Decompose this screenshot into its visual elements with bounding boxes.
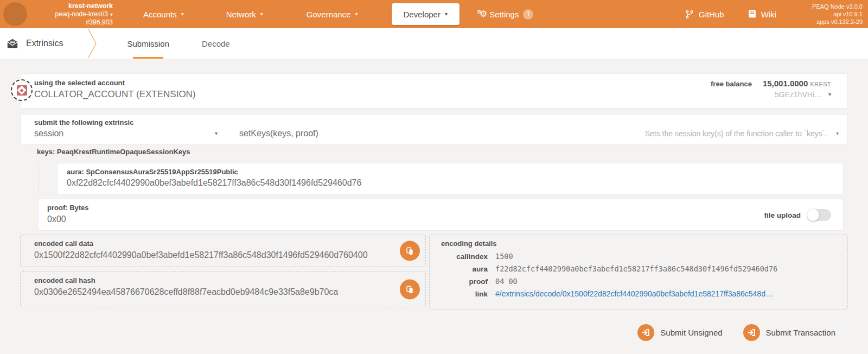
tab-bar: Extrinsics Submission Decode bbox=[0, 28, 868, 59]
chevron-down-icon[interactable]: ▾ bbox=[828, 92, 831, 97]
api-version: api v10.9.1 bbox=[812, 10, 863, 18]
decode-link[interactable]: #/extrinsics/decode/0x1500f22d82cfcf4402… bbox=[495, 289, 839, 298]
breadcrumb-chevron bbox=[88, 29, 98, 58]
free-balance-value: 15,001.0000KREST bbox=[763, 79, 831, 88]
app-header: krest-network peaq-node-krest/3▾ #396,90… bbox=[0, 0, 868, 28]
copy-icon bbox=[405, 285, 415, 294]
proof-param-card: proof: Bytes 0x00 file upload bbox=[38, 199, 844, 231]
github-link[interactable]: GitHub bbox=[685, 10, 724, 19]
code-branch-icon bbox=[685, 10, 694, 19]
encoding-details-box: encoding details callindex 1500 aura f22… bbox=[429, 235, 848, 309]
node-version: PEAQ Node v3.0.0 bbox=[812, 3, 863, 10]
detail-value-callindex: 1500 bbox=[495, 252, 839, 261]
encoded-call-data-box: encoded call data 0x1500f22d82cfcf440299… bbox=[20, 235, 426, 267]
menu-governance[interactable]: Governance ▾ bbox=[299, 3, 366, 25]
section-title: Extrinsics bbox=[7, 28, 63, 59]
encoding-details-title: encoding details bbox=[441, 239, 497, 248]
chevron-down-icon: ▾ bbox=[110, 12, 113, 17]
pallet-select[interactable]: session bbox=[34, 129, 63, 138]
wiki-link[interactable]: Wiki bbox=[748, 10, 776, 19]
network-logo[interactable] bbox=[3, 2, 27, 26]
proof-param-label: proof: Bytes bbox=[47, 204, 89, 212]
menu-accounts[interactable]: Accounts ▾ bbox=[136, 3, 192, 25]
account-address-short: 5GEz1hVHi… bbox=[775, 90, 822, 99]
detail-value-proof: 04 00 bbox=[495, 277, 839, 286]
chevron-down-icon: ▾ bbox=[260, 11, 263, 17]
tab-decode[interactable]: Decode bbox=[199, 28, 233, 59]
tab-submission[interactable]: Submission bbox=[124, 28, 173, 59]
keys-param-label: keys: PeaqKrestRuntimeOpaqueSessionKeys bbox=[37, 148, 190, 156]
method-description: Sets the session key(s) of the function … bbox=[645, 129, 827, 138]
action-buttons: Submit Unsigned Submit Transaction bbox=[637, 324, 835, 341]
chevron-down-icon: ▾ bbox=[181, 11, 184, 17]
encoded-call-hash-label: encoded call hash bbox=[34, 276, 95, 285]
node-name: peaq-node-krest/3▾ bbox=[31, 10, 113, 18]
copy-call-data-button[interactable] bbox=[400, 241, 420, 261]
book-icon bbox=[748, 10, 756, 19]
network-selector[interactable]: krest-network peaq-node-krest/3▾ #396,90… bbox=[31, 2, 113, 27]
chevron-down-icon: ▾ bbox=[355, 11, 358, 17]
chevron-down-icon: ▾ bbox=[445, 11, 448, 17]
extrinsic-select-label: submit the following extrinsic bbox=[34, 118, 133, 127]
balance-unit: KREST bbox=[810, 81, 831, 87]
chevron-down-icon[interactable]: ▾ bbox=[215, 131, 218, 136]
aura-param-input[interactable]: 0xf22d82cfcf4402990a0bef3abefd1e58217ff3… bbox=[67, 178, 361, 188]
active-tab-underline bbox=[133, 57, 163, 59]
submit-transaction-button[interactable]: Submit Transaction bbox=[743, 324, 835, 341]
sign-in-icon bbox=[637, 324, 654, 341]
param-indent-guide bbox=[39, 162, 39, 194]
account-select-label: using the selected account bbox=[34, 79, 125, 87]
file-upload-label: file upload bbox=[764, 211, 801, 219]
encoded-call-hash-value: 0x0306e2652494ea45876670628ceffd8f88f7ea… bbox=[34, 287, 338, 297]
apps-version: apps v0.132.2-29 bbox=[812, 18, 863, 26]
detail-value-aura: f22d82cfcf4402990a0bef3abefd1e58217ff3a8… bbox=[495, 264, 839, 273]
menu-settings[interactable]: ⚙⚙ Settings 1 bbox=[469, 3, 541, 25]
copy-icon bbox=[405, 246, 415, 256]
account-identicon[interactable] bbox=[11, 79, 33, 101]
proof-param-input[interactable]: 0x00 bbox=[47, 214, 66, 224]
encoded-call-hash-box: encoded call hash 0x0306e2652494ea458766… bbox=[20, 271, 426, 307]
detail-key-callindex: callindex bbox=[441, 252, 488, 261]
section-label: Extrinsics bbox=[26, 39, 63, 48]
extrinsics-icon bbox=[7, 37, 18, 49]
aura-param-card: aura: SpConsensusAuraSr25519AppSr25519Pu… bbox=[57, 163, 844, 194]
copy-call-hash-button[interactable] bbox=[400, 280, 420, 300]
detail-key-proof: proof bbox=[441, 277, 488, 286]
gears-icon: ⚙⚙ bbox=[477, 9, 485, 18]
aura-param-label: aura: SpConsensusAuraSr25519AppSr25519Pu… bbox=[67, 168, 238, 176]
free-balance-label: free balance bbox=[711, 80, 752, 88]
settings-badge: 1 bbox=[523, 9, 533, 20]
encoded-call-data-value: 0x1500f22d82cfcf4402990a0bef3abefd1e5821… bbox=[34, 250, 368, 260]
account-select-card[interactable]: using the selected account COLLATOR_ACCO… bbox=[20, 73, 848, 109]
toggle-knob bbox=[807, 209, 819, 221]
version-info: PEAQ Node v3.0.0 api v10.9.1 apps v0.132… bbox=[812, 3, 863, 26]
sign-in-icon bbox=[743, 324, 760, 341]
menu-network[interactable]: Network ▾ bbox=[219, 3, 271, 25]
file-upload-toggle[interactable] bbox=[807, 209, 831, 221]
detail-key-aura: aura bbox=[441, 265, 488, 273]
detail-key-link: link bbox=[441, 290, 488, 298]
menu-developer[interactable]: Developer ▾ bbox=[392, 3, 459, 25]
method-select[interactable]: setKeys(keys, proof) bbox=[239, 129, 318, 138]
submit-unsigned-button[interactable]: Submit Unsigned bbox=[637, 324, 722, 341]
extrinsic-select-card: submit the following extrinsic session ▾… bbox=[20, 114, 848, 144]
chevron-down-icon[interactable]: ▾ bbox=[836, 131, 839, 136]
block-number: #396,903 bbox=[31, 18, 113, 27]
account-name: COLLATOR_ACCOUNT (EXTENSION) bbox=[34, 89, 196, 100]
encoded-call-data-label: encoded call data bbox=[34, 239, 93, 248]
network-name: krest-network bbox=[31, 2, 113, 10]
